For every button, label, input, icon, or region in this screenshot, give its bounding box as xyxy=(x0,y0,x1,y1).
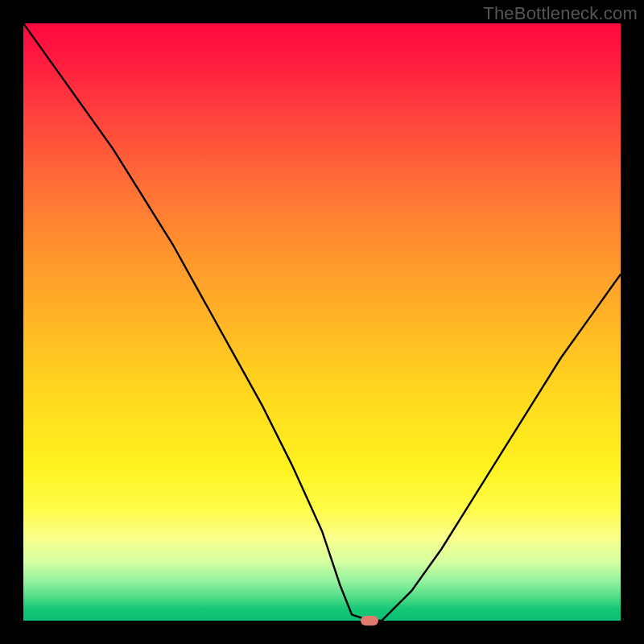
plot-area xyxy=(23,23,621,621)
watermark-text: TheBottleneck.com xyxy=(483,3,638,24)
current-point-marker xyxy=(361,616,378,625)
chart-frame: TheBottleneck.com xyxy=(0,0,644,644)
curve-line xyxy=(23,23,621,621)
bottleneck-curve xyxy=(23,23,621,621)
